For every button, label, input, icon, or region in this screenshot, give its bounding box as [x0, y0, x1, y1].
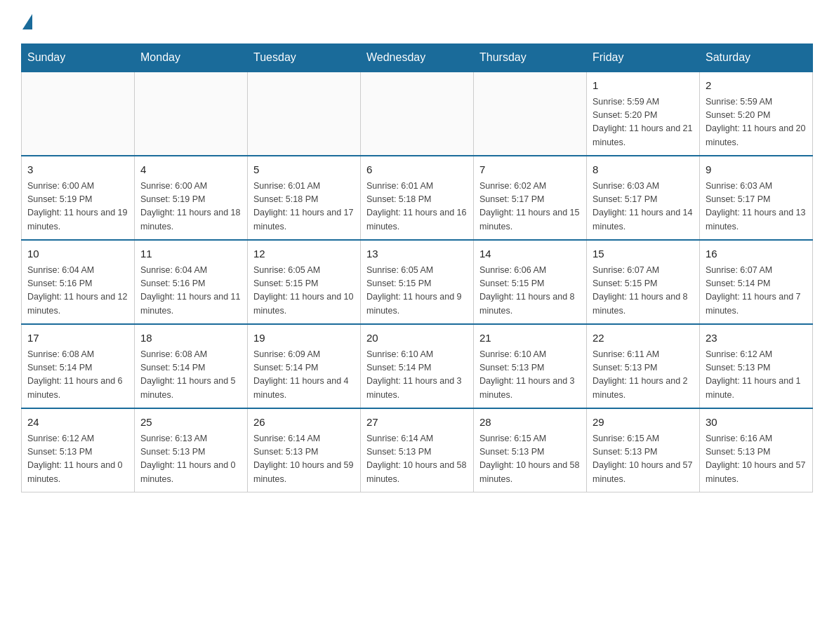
day-info: Sunrise: 6:13 AMSunset: 5:13 PMDaylight:… [140, 432, 241, 487]
day-info: Sunrise: 6:10 AMSunset: 5:13 PMDaylight:… [479, 348, 581, 403]
day-number: 7 [479, 162, 581, 178]
calendar-cell: 14Sunrise: 6:06 AMSunset: 5:15 PMDayligh… [474, 240, 587, 324]
day-info: Sunrise: 6:11 AMSunset: 5:13 PMDaylight:… [593, 348, 694, 403]
day-number: 19 [253, 330, 355, 347]
day-info: Sunrise: 6:05 AMSunset: 5:15 PMDaylight:… [253, 264, 355, 318]
day-info: Sunrise: 6:16 AMSunset: 5:13 PMDaylight:… [706, 432, 807, 487]
day-number: 13 [366, 246, 468, 262]
calendar-cell: 26Sunrise: 6:14 AMSunset: 5:13 PMDayligh… [248, 408, 361, 492]
day-number: 14 [479, 246, 581, 262]
calendar-cell: 4Sunrise: 6:00 AMSunset: 5:19 PMDaylight… [135, 156, 248, 240]
weekday-header-tuesday: Tuesday [248, 44, 361, 72]
calendar-cell: 10Sunrise: 6:04 AMSunset: 5:16 PMDayligh… [22, 240, 135, 324]
day-number: 21 [479, 330, 581, 347]
weekday-header-wednesday: Wednesday [361, 44, 474, 72]
calendar-cell [248, 72, 361, 156]
calendar-week-5: 24Sunrise: 6:12 AMSunset: 5:13 PMDayligh… [22, 408, 813, 492]
calendar-cell: 18Sunrise: 6:08 AMSunset: 5:14 PMDayligh… [135, 324, 248, 408]
day-info: Sunrise: 6:09 AMSunset: 5:14 PMDaylight:… [253, 348, 355, 403]
day-number: 28 [479, 415, 581, 431]
day-number: 24 [27, 415, 128, 431]
calendar-cell: 12Sunrise: 6:05 AMSunset: 5:15 PMDayligh… [248, 240, 361, 324]
day-number: 15 [593, 246, 694, 262]
calendar-week-2: 3Sunrise: 6:00 AMSunset: 5:19 PMDaylight… [22, 156, 813, 240]
day-number: 11 [140, 246, 241, 262]
day-info: Sunrise: 6:12 AMSunset: 5:13 PMDaylight:… [706, 348, 807, 403]
calendar-cell: 25Sunrise: 6:13 AMSunset: 5:13 PMDayligh… [135, 408, 248, 492]
day-number: 23 [706, 330, 807, 347]
day-info: Sunrise: 6:00 AMSunset: 5:19 PMDaylight:… [140, 180, 241, 234]
day-number: 25 [140, 415, 241, 431]
day-info: Sunrise: 6:15 AMSunset: 5:13 PMDaylight:… [593, 432, 694, 487]
calendar-week-4: 17Sunrise: 6:08 AMSunset: 5:14 PMDayligh… [22, 324, 813, 408]
calendar-cell: 16Sunrise: 6:07 AMSunset: 5:14 PMDayligh… [700, 240, 813, 324]
calendar-cell: 15Sunrise: 6:07 AMSunset: 5:15 PMDayligh… [587, 240, 700, 324]
calendar-cell: 28Sunrise: 6:15 AMSunset: 5:13 PMDayligh… [474, 408, 587, 492]
calendar-cell: 8Sunrise: 6:03 AMSunset: 5:17 PMDaylight… [587, 156, 700, 240]
calendar-cell [474, 72, 587, 156]
day-info: Sunrise: 6:03 AMSunset: 5:17 PMDaylight:… [593, 180, 694, 234]
calendar-cell: 7Sunrise: 6:02 AMSunset: 5:17 PMDaylight… [474, 156, 587, 240]
day-info: Sunrise: 6:01 AMSunset: 5:18 PMDaylight:… [253, 180, 355, 234]
calendar-cell: 29Sunrise: 6:15 AMSunset: 5:13 PMDayligh… [587, 408, 700, 492]
calendar-cell: 3Sunrise: 6:00 AMSunset: 5:19 PMDaylight… [22, 156, 135, 240]
calendar-cell: 9Sunrise: 6:03 AMSunset: 5:17 PMDaylight… [700, 156, 813, 240]
calendar-cell: 22Sunrise: 6:11 AMSunset: 5:13 PMDayligh… [587, 324, 700, 408]
calendar-cell: 24Sunrise: 6:12 AMSunset: 5:13 PMDayligh… [22, 408, 135, 492]
day-number: 2 [706, 78, 807, 94]
day-info: Sunrise: 6:03 AMSunset: 5:17 PMDaylight:… [706, 180, 807, 234]
weekday-header-thursday: Thursday [474, 44, 587, 72]
day-info: Sunrise: 6:05 AMSunset: 5:15 PMDaylight:… [366, 264, 468, 318]
calendar-cell: 2Sunrise: 5:59 AMSunset: 5:20 PMDaylight… [700, 72, 813, 156]
calendar-cell: 11Sunrise: 6:04 AMSunset: 5:16 PMDayligh… [135, 240, 248, 324]
day-number: 5 [253, 162, 355, 178]
day-number: 29 [593, 415, 694, 431]
calendar-cell: 5Sunrise: 6:01 AMSunset: 5:18 PMDaylight… [248, 156, 361, 240]
day-info: Sunrise: 6:00 AMSunset: 5:19 PMDaylight:… [27, 180, 128, 234]
calendar-week-3: 10Sunrise: 6:04 AMSunset: 5:16 PMDayligh… [22, 240, 813, 324]
page-header [21, 14, 813, 29]
day-info: Sunrise: 5:59 AMSunset: 5:20 PMDaylight:… [593, 95, 694, 150]
calendar-cell: 27Sunrise: 6:14 AMSunset: 5:13 PMDayligh… [361, 408, 474, 492]
day-info: Sunrise: 5:59 AMSunset: 5:20 PMDaylight:… [706, 95, 807, 150]
day-info: Sunrise: 6:14 AMSunset: 5:13 PMDaylight:… [366, 432, 468, 487]
day-number: 18 [140, 330, 241, 347]
day-info: Sunrise: 6:14 AMSunset: 5:13 PMDaylight:… [253, 432, 355, 487]
day-info: Sunrise: 6:06 AMSunset: 5:15 PMDaylight:… [479, 264, 581, 318]
calendar-table: SundayMondayTuesdayWednesdayThursdayFrid… [21, 43, 813, 492]
calendar-cell [361, 72, 474, 156]
calendar-cell: 6Sunrise: 6:01 AMSunset: 5:18 PMDaylight… [361, 156, 474, 240]
calendar-week-1: 1Sunrise: 5:59 AMSunset: 5:20 PMDaylight… [22, 72, 813, 156]
calendar-header-row: SundayMondayTuesdayWednesdayThursdayFrid… [22, 44, 813, 72]
day-number: 12 [253, 246, 355, 262]
day-info: Sunrise: 6:07 AMSunset: 5:15 PMDaylight:… [593, 264, 694, 318]
day-number: 17 [27, 330, 128, 347]
day-number: 16 [706, 246, 807, 262]
day-info: Sunrise: 6:12 AMSunset: 5:13 PMDaylight:… [27, 432, 128, 487]
calendar-cell: 1Sunrise: 5:59 AMSunset: 5:20 PMDaylight… [587, 72, 700, 156]
weekday-header-sunday: Sunday [22, 44, 135, 72]
day-info: Sunrise: 6:08 AMSunset: 5:14 PMDaylight:… [140, 348, 241, 403]
logo-triangle-icon [22, 14, 32, 29]
day-number: 1 [593, 78, 694, 94]
day-info: Sunrise: 6:02 AMSunset: 5:17 PMDaylight:… [479, 180, 581, 234]
logo [21, 14, 32, 29]
calendar-cell: 20Sunrise: 6:10 AMSunset: 5:14 PMDayligh… [361, 324, 474, 408]
day-number: 27 [366, 415, 468, 431]
day-info: Sunrise: 6:04 AMSunset: 5:16 PMDaylight:… [140, 264, 241, 318]
calendar-cell: 13Sunrise: 6:05 AMSunset: 5:15 PMDayligh… [361, 240, 474, 324]
day-number: 8 [593, 162, 694, 178]
calendar-cell: 19Sunrise: 6:09 AMSunset: 5:14 PMDayligh… [248, 324, 361, 408]
day-number: 30 [706, 415, 807, 431]
day-number: 26 [253, 415, 355, 431]
day-number: 9 [706, 162, 807, 178]
day-number: 4 [140, 162, 241, 178]
weekday-header-saturday: Saturday [700, 44, 813, 72]
day-number: 6 [366, 162, 468, 178]
day-info: Sunrise: 6:08 AMSunset: 5:14 PMDaylight:… [27, 348, 128, 403]
day-info: Sunrise: 6:04 AMSunset: 5:16 PMDaylight:… [27, 264, 128, 318]
calendar-cell: 17Sunrise: 6:08 AMSunset: 5:14 PMDayligh… [22, 324, 135, 408]
day-info: Sunrise: 6:07 AMSunset: 5:14 PMDaylight:… [706, 264, 807, 318]
calendar-cell [22, 72, 135, 156]
calendar-cell: 21Sunrise: 6:10 AMSunset: 5:13 PMDayligh… [474, 324, 587, 408]
